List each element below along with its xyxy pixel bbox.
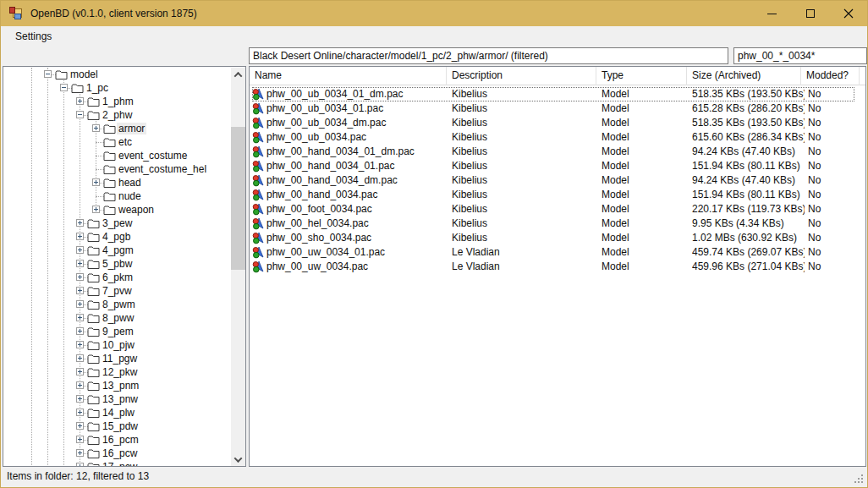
tree-node-label[interactable]: etc bbox=[117, 136, 134, 148]
tree-node-6_pkm[interactable]: 6_pkm bbox=[3, 271, 231, 284]
tree-node-label[interactable]: 12_pkw bbox=[101, 366, 139, 378]
tree-node-armor[interactable]: armor bbox=[3, 122, 231, 135]
tree-node-label[interactable]: 8_pwm bbox=[101, 299, 137, 310]
tree-node-label[interactable]: 5_pbw bbox=[101, 258, 134, 270]
file-row[interactable]: phw_00_hand_0034.pacKibeliusModel151.94 … bbox=[252, 188, 854, 202]
tree-node-label[interactable]: nude bbox=[117, 190, 143, 202]
column-header-name[interactable]: Name bbox=[250, 67, 447, 85]
tree-node-label[interactable]: event_costume bbox=[117, 150, 189, 162]
tree-node-label[interactable]: 11_pgw bbox=[101, 353, 139, 365]
tree-node-17_pcw[interactable]: 17_pcw bbox=[3, 460, 231, 467]
tree-node-label[interactable]: 10_pjw bbox=[101, 339, 136, 351]
close-button[interactable] bbox=[829, 1, 867, 26]
expand-plus-icon[interactable] bbox=[92, 206, 100, 213]
tree-node-label[interactable]: 1_pc bbox=[85, 82, 110, 94]
column-header-modded[interactable]: Modded? bbox=[801, 67, 860, 85]
collapse-minus-icon[interactable] bbox=[44, 70, 52, 78]
tree-node-event_costume[interactable]: event_costume bbox=[3, 149, 231, 162]
file-row[interactable]: phw_00_ub_0034_01_dm.pacKibeliusModel518… bbox=[252, 87, 854, 101]
tree-node-16_pcw[interactable]: 16_pcw bbox=[3, 447, 231, 460]
tree-node-head[interactable]: head bbox=[3, 176, 231, 189]
expand-plus-icon[interactable] bbox=[76, 354, 84, 362]
tree-node-11_pgw[interactable]: 11_pgw bbox=[3, 352, 231, 365]
scrollbar-thumb[interactable] bbox=[231, 127, 245, 270]
tree-node-label[interactable]: 1_phm bbox=[101, 96, 135, 107]
expand-plus-icon[interactable] bbox=[92, 178, 100, 186]
maximize-button[interactable] bbox=[791, 1, 829, 26]
file-row[interactable]: phw_00_hand_0034_01.pacKibeliusModel151.… bbox=[252, 159, 854, 173]
tree-node-3_pew[interactable]: 3_pew bbox=[3, 217, 231, 230]
tree-node-label[interactable]: weapon bbox=[117, 204, 156, 216]
column-header-type[interactable]: Type bbox=[596, 67, 687, 85]
tree-node-label[interactable]: armor bbox=[117, 123, 146, 134]
tree-node-15_pdw[interactable]: 15_pdw bbox=[3, 419, 231, 433]
expand-plus-icon[interactable] bbox=[76, 436, 84, 443]
tree-node-1_phm[interactable]: 1_phm bbox=[3, 95, 231, 108]
expand-plus-icon[interactable] bbox=[76, 300, 84, 308]
tree-node-label[interactable]: 9_pem bbox=[101, 326, 135, 337]
expand-plus-icon[interactable] bbox=[76, 260, 84, 267]
tree-node-label[interactable]: 14_plw bbox=[101, 407, 136, 419]
file-row[interactable]: phw_00_ub_0034.pacKibeliusModel615.60 KB… bbox=[252, 130, 854, 145]
file-row[interactable]: phw_00_ub_0034_01.pacKibeliusModel615.28… bbox=[252, 101, 854, 116]
tree-node-etc[interactable]: etc bbox=[3, 135, 231, 149]
path-input[interactable] bbox=[249, 47, 728, 64]
filter-input[interactable] bbox=[733, 47, 867, 64]
tree-node-nude[interactable]: nude bbox=[3, 189, 231, 203]
tree-node-12_pkw[interactable]: 12_pkw bbox=[3, 365, 231, 379]
tree-node-7_pvw[interactable]: 7_pvw bbox=[3, 284, 231, 298]
tree-node-label[interactable]: 2_phw bbox=[101, 109, 134, 121]
tree-node-2_phw[interactable]: 2_phw bbox=[3, 108, 231, 122]
tree-node-label[interactable]: 15_pdw bbox=[101, 420, 140, 432]
scrollbar-up-button[interactable] bbox=[231, 68, 245, 82]
expand-plus-icon[interactable] bbox=[76, 246, 84, 254]
expand-plus-icon[interactable] bbox=[76, 97, 84, 105]
expand-plus-icon[interactable] bbox=[76, 233, 84, 240]
file-row[interactable]: phw_00_foot_0034.pacKibeliusModel220.17 … bbox=[252, 202, 854, 217]
resize-grip[interactable] bbox=[853, 473, 865, 485]
tree-node-label[interactable]: 4_pgb bbox=[101, 231, 132, 243]
file-row[interactable]: phw_00_uw_0034.pacLe VladianModel459.96 … bbox=[252, 260, 854, 274]
tree-node-13_pnw[interactable]: 13_pnw bbox=[3, 392, 231, 406]
expand-plus-icon[interactable] bbox=[76, 327, 84, 335]
tree-node-label[interactable]: 16_pcw bbox=[101, 447, 139, 459]
expand-plus-icon[interactable] bbox=[76, 449, 84, 457]
expand-plus-icon[interactable] bbox=[76, 341, 84, 348]
expand-plus-icon[interactable] bbox=[76, 287, 84, 294]
expand-plus-icon[interactable] bbox=[76, 273, 84, 281]
tree-node-label[interactable]: event_costume_hel bbox=[117, 163, 208, 175]
collapse-minus-icon[interactable] bbox=[60, 84, 68, 91]
collapse-minus-icon[interactable] bbox=[76, 111, 84, 118]
tree-node-13_pnm[interactable]: 13_pnm bbox=[3, 379, 231, 392]
tree-node-model[interactable]: model bbox=[3, 68, 231, 81]
tree-node-9_pem[interactable]: 9_pem bbox=[3, 325, 231, 338]
tree-node-label[interactable]: model bbox=[69, 69, 100, 80]
file-row[interactable]: phw_00_ub_0034_dm.pacKibeliusModel518.35… bbox=[252, 116, 854, 130]
tree-node-label[interactable]: 17_pcw bbox=[101, 461, 139, 467]
expand-plus-icon[interactable] bbox=[92, 124, 100, 132]
expand-plus-icon[interactable] bbox=[76, 381, 84, 389]
tree-node-8_pwm[interactable]: 8_pwm bbox=[3, 298, 231, 311]
tree-node-label[interactable]: 16_pcm bbox=[101, 434, 140, 446]
tree-node-1_pc[interactable]: 1_pc bbox=[3, 81, 231, 95]
expand-plus-icon[interactable] bbox=[76, 219, 84, 227]
tree-node-14_plw[interactable]: 14_plw bbox=[3, 406, 231, 419]
expand-plus-icon[interactable] bbox=[76, 395, 84, 403]
expand-plus-icon[interactable] bbox=[76, 408, 84, 416]
tree-node-16_pcm[interactable]: 16_pcm bbox=[3, 433, 231, 447]
file-row[interactable]: phw_00_sho_0034.pacKibeliusModel1.02 MBs… bbox=[252, 231, 854, 245]
tree-node-4_pgm[interactable]: 4_pgm bbox=[3, 244, 231, 257]
scrollbar-down-button[interactable] bbox=[231, 452, 245, 467]
tree-node-weapon[interactable]: weapon bbox=[3, 203, 231, 217]
minimize-button[interactable] bbox=[753, 1, 791, 26]
tree-node-label[interactable]: 3_pew bbox=[101, 217, 134, 229]
expand-plus-icon[interactable] bbox=[76, 368, 84, 376]
tree-node-5_pbw[interactable]: 5_pbw bbox=[3, 257, 231, 271]
tree-node-label[interactable]: 8_pww bbox=[101, 312, 135, 324]
tree-node-label[interactable]: 13_pnm bbox=[101, 380, 140, 392]
tree-node-4_pgb[interactable]: 4_pgb bbox=[3, 230, 231, 244]
tree-node-8_pww[interactable]: 8_pww bbox=[3, 311, 231, 325]
menu-item-settings[interactable]: Settings bbox=[8, 26, 58, 47]
expand-plus-icon[interactable] bbox=[76, 314, 84, 321]
expand-plus-icon[interactable] bbox=[76, 422, 84, 430]
